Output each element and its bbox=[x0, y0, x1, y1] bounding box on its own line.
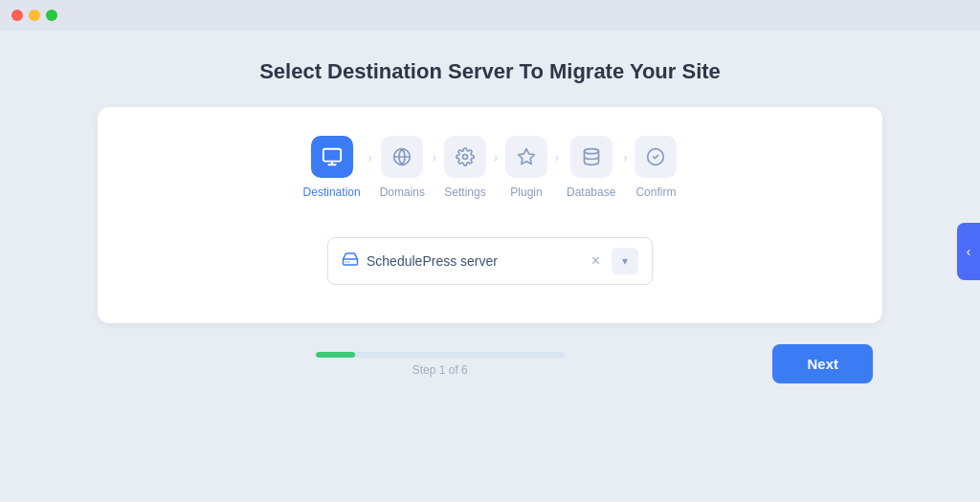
domains-label: Domains bbox=[380, 186, 425, 199]
step-counter: Step 1 of 6 bbox=[412, 363, 468, 377]
plugin-label: Plugin bbox=[510, 186, 542, 199]
progress-track bbox=[316, 352, 565, 358]
clear-server-button[interactable]: × bbox=[591, 253, 600, 269]
confirm-icon bbox=[635, 136, 677, 178]
page-title: Select Destination Server To Migrate You… bbox=[259, 59, 721, 84]
chevron-down-icon: ▾ bbox=[622, 254, 628, 268]
database-icon bbox=[570, 136, 612, 178]
settings-label: Settings bbox=[444, 186, 485, 199]
destination-label: Destination bbox=[303, 186, 361, 199]
database-label: Database bbox=[567, 186, 615, 199]
selected-server-name: SchedulePress server bbox=[367, 253, 584, 269]
step-domains[interactable]: Domains bbox=[380, 136, 425, 199]
server-input-box[interactable]: SchedulePress server × ▾ bbox=[327, 237, 653, 285]
steps-bar: Destination › Domains › bbox=[136, 136, 844, 199]
server-logo-icon bbox=[342, 251, 359, 272]
title-bar bbox=[0, 0, 980, 31]
progress-container: Step 1 of 6 bbox=[107, 352, 772, 377]
confirm-label: Confirm bbox=[635, 186, 676, 199]
arrow-1: › bbox=[368, 151, 372, 184]
chevron-left-icon: ‹ bbox=[967, 244, 971, 259]
domains-icon bbox=[381, 136, 423, 178]
step-settings[interactable]: Settings bbox=[444, 136, 486, 199]
arrow-5: › bbox=[623, 151, 627, 184]
plugin-icon bbox=[505, 136, 547, 178]
progress-fill bbox=[316, 352, 356, 358]
step-database[interactable]: Database bbox=[567, 136, 615, 199]
close-button[interactable] bbox=[11, 10, 23, 21]
svg-rect-0 bbox=[323, 149, 340, 162]
destination-icon bbox=[311, 136, 353, 178]
svg-point-2 bbox=[463, 155, 468, 160]
right-panel-toggle[interactable]: ‹ bbox=[957, 223, 980, 280]
wizard-card: Destination › Domains › bbox=[98, 107, 882, 323]
arrow-4: › bbox=[555, 151, 559, 184]
step-plugin[interactable]: Plugin bbox=[505, 136, 547, 199]
settings-icon bbox=[444, 136, 486, 178]
maximize-button[interactable] bbox=[46, 10, 57, 21]
expand-server-button[interactable]: ▾ bbox=[612, 248, 638, 274]
step-confirm[interactable]: Confirm bbox=[635, 136, 677, 199]
main-content: Select Destination Server To Migrate You… bbox=[0, 31, 980, 403]
next-button[interactable]: Next bbox=[772, 344, 873, 383]
arrow-3: › bbox=[494, 151, 498, 184]
svg-point-3 bbox=[584, 149, 598, 154]
arrow-2: › bbox=[433, 151, 436, 184]
server-selector-container: SchedulePress server × ▾ bbox=[136, 237, 844, 285]
minimize-button[interactable] bbox=[29, 10, 40, 21]
step-destination[interactable]: Destination bbox=[303, 136, 361, 199]
